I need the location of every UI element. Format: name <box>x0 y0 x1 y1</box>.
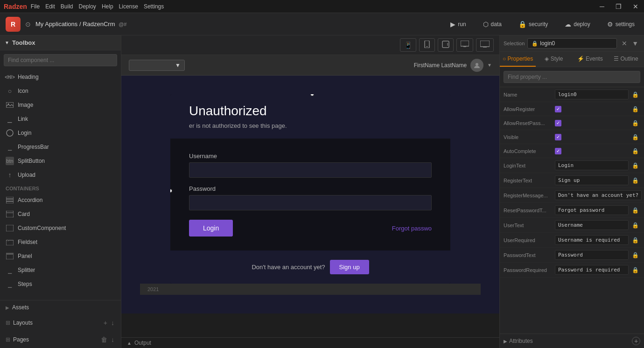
toolbox-item-icon[interactable]: ○ Icon <box>0 84 121 98</box>
restore-button[interactable]: ❐ <box>614 3 623 10</box>
menu-help[interactable]: Help <box>102 3 113 10</box>
device-mobile-button[interactable] <box>419 38 435 52</box>
toolbox-search-input[interactable] <box>4 54 117 66</box>
prop-value-registertext[interactable]: Sign up <box>555 175 629 185</box>
prop-value-autocomplete-group <box>555 148 629 154</box>
prop-lock-passwordrequired[interactable]: 🔒 <box>630 267 640 273</box>
prop-checkbox-autocomplete[interactable] <box>555 148 561 154</box>
tab-style[interactable]: ◈ Style <box>536 52 572 67</box>
prop-value-logintext[interactable]: Login <box>555 160 629 170</box>
toolbox-item-link[interactable]: ⎯ Link <box>0 112 121 126</box>
prop-checkbox-allowresetpass[interactable] <box>555 120 561 126</box>
username-field-group: Username <box>189 153 432 178</box>
prop-value-name[interactable]: login0 <box>555 90 629 99</box>
tab-outline[interactable]: ☰ Outline <box>608 52 644 67</box>
device-mobile-sm-button[interactable]: 📱 <box>400 38 416 52</box>
prop-checkbox-visible[interactable] <box>555 134 561 140</box>
layouts-item[interactable]: ⊞ Layouts + ↓ <box>0 314 121 331</box>
menu-build[interactable]: Build <box>61 3 73 10</box>
layouts-import-button[interactable]: ↓ <box>110 318 115 327</box>
device-desktop-button[interactable] <box>476 38 494 52</box>
close-button[interactable]: ✕ <box>631 3 640 10</box>
password-label: Password <box>189 185 432 192</box>
prop-lock-autocomplete[interactable]: 🔒 <box>630 148 640 154</box>
deploy-button[interactable]: ☁ deploy <box>561 19 594 30</box>
toolbox-chevron-icon[interactable]: ▼ <box>5 40 9 45</box>
attributes-add-button[interactable]: + <box>632 337 640 345</box>
prop-value-resetpasswordtext[interactable]: Forgot password <box>555 205 629 215</box>
layouts-icon: ⊞ <box>6 320 10 326</box>
toolbox-item-progressbar[interactable]: ⎯ ProgressBar <box>0 140 121 154</box>
prop-row-registermessage: RegisterMessage... Don't have an account… <box>500 188 644 203</box>
security-button[interactable]: 🔒 security <box>515 19 552 30</box>
fieldset-icon: fs <box>6 238 14 246</box>
menu-license[interactable]: License <box>119 3 138 10</box>
device-desktop-sm-button[interactable] <box>456 38 473 52</box>
selection-clear-button[interactable]: ✕ <box>620 39 629 48</box>
prop-checkbox-allowregister[interactable] <box>555 106 561 112</box>
props-search-input[interactable] <box>504 71 640 83</box>
prop-lock-allowregister[interactable]: 🔒 <box>630 106 640 112</box>
prop-lock-visible[interactable]: 🔒 <box>630 134 640 140</box>
pages-import-button[interactable]: ↓ <box>110 335 115 344</box>
prop-lock-usertext[interactable]: 🔒 <box>630 222 640 229</box>
output-chevron-icon[interactable]: ▲ <box>127 341 132 346</box>
prop-lock-registertext[interactable]: 🔒 <box>630 177 640 184</box>
menu-settings[interactable]: Settings <box>144 3 164 10</box>
tab-events[interactable]: ⚡ Events <box>572 52 608 67</box>
prop-value-logintext-group: Login <box>555 160 629 170</box>
toolbox-item-login[interactable]: Login <box>0 126 121 140</box>
assets-item[interactable]: ▶ Assets <box>0 300 121 314</box>
login-button[interactable]: Login <box>189 220 233 237</box>
layouts-add-button[interactable]: + <box>103 318 108 327</box>
prop-lock-allowresetpass[interactable]: 🔒 <box>630 120 640 126</box>
prop-lock-name[interactable]: 🔒 <box>630 91 640 98</box>
svg-text:fs: fs <box>7 239 9 242</box>
prop-name-allowregister: AllowRegister <box>504 106 555 112</box>
pages-delete-button[interactable]: 🗑 <box>100 335 108 344</box>
prop-lock-resetpasswordtext[interactable]: 🔒 <box>630 207 640 214</box>
device-tablet-button[interactable] <box>438 38 454 52</box>
prop-value-passwordrequired[interactable]: Password is required <box>555 265 629 275</box>
pages-item[interactable]: ⊞ Pages 🗑 ↓ <box>0 331 121 348</box>
tab-properties[interactable]: ○ Properties <box>500 52 536 67</box>
toolbox-item-image[interactable]: Image <box>0 98 121 112</box>
username-display: FirstName LastName <box>414 62 467 69</box>
toolbox-item-upload[interactable]: ↑ Upload <box>0 168 121 182</box>
password-input[interactable] <box>189 195 432 210</box>
layouts-actions: + ↓ <box>103 318 115 327</box>
minimize-button[interactable]: ─ <box>598 3 606 10</box>
run-icon: ▶ <box>450 21 455 28</box>
prop-value-passwordtext[interactable]: Password <box>555 250 629 260</box>
toolbox-item-heading[interactable]: <H/> Heading <box>0 70 121 84</box>
toolbox-item-accordion[interactable]: Accordion <box>0 193 121 207</box>
toolbox-item-panel[interactable]: Panel <box>0 249 121 263</box>
svg-rect-6 <box>6 211 14 217</box>
menu-edit[interactable]: Edit <box>45 3 55 10</box>
data-icon: ⬡ <box>483 21 489 28</box>
prop-lock-userrequired[interactable]: 🔒 <box>630 237 640 244</box>
page-dropdown[interactable]: ▼ <box>129 60 185 71</box>
username-input[interactable] <box>189 162 432 178</box>
toolbox-item-splitter[interactable]: ⎯ Splitter <box>0 263 121 277</box>
prop-lock-passwordtext[interactable]: 🔒 <box>630 252 640 258</box>
run-button[interactable]: ▶ run <box>447 19 469 30</box>
selection-expand-button[interactable]: ▼ <box>630 39 640 48</box>
prop-value-registermessage[interactable]: Don't have an account yet? <box>555 190 642 200</box>
data-button[interactable]: ⬡ data <box>479 19 505 30</box>
toolbox-item-fieldset[interactable]: fs Fieldset <box>0 235 121 249</box>
prop-lock-logintext[interactable]: 🔒 <box>630 162 640 169</box>
toolbox-item-steps[interactable]: ⎯ Steps <box>0 277 121 291</box>
toolbox-item-card[interactable]: Card <box>0 207 121 221</box>
menu-deploy[interactable]: Deploy <box>79 3 96 10</box>
toolbox-item-splitbutton[interactable]: btn SplitButton <box>0 154 121 168</box>
prop-value-usertext[interactable]: Username <box>555 220 629 230</box>
menu-file[interactable]: File <box>31 3 40 10</box>
forgot-password-link[interactable]: Forgot passwo <box>392 225 432 232</box>
settings-button[interactable]: ⚙ settings <box>603 19 638 30</box>
toolbox-item-customcomponent[interactable]: CustomComponent <box>0 221 121 235</box>
signup-button[interactable]: Sign up <box>330 260 369 274</box>
attributes-row[interactable]: ▶ Attributes + <box>500 334 644 348</box>
prop-value-userrequired[interactable]: Username is required <box>555 235 629 245</box>
user-dropdown-arrow[interactable]: ▼ <box>487 63 492 68</box>
